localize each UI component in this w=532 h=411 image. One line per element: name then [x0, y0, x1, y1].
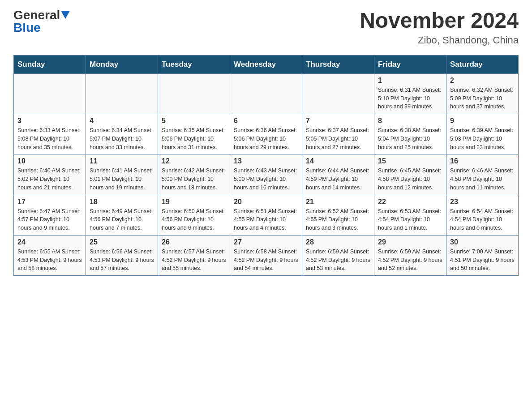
- calendar-day-cell: 2Sunrise: 6:32 AM Sunset: 5:09 PM Daylig…: [446, 73, 519, 114]
- day-number: 1: [378, 77, 442, 85]
- calendar-day-cell: 4Sunrise: 6:34 AM Sunset: 5:07 PM Daylig…: [86, 114, 158, 154]
- calendar-day-cell: 11Sunrise: 6:41 AM Sunset: 5:01 PM Dayli…: [86, 154, 158, 195]
- day-info: Sunrise: 6:44 AM Sunset: 4:59 PM Dayligh…: [306, 167, 370, 192]
- day-number: 15: [378, 157, 442, 165]
- title-block: November 2024 Zibo, Shandong, China: [360, 9, 519, 46]
- calendar-day-cell: 30Sunrise: 7:00 AM Sunset: 4:51 PM Dayli…: [446, 235, 519, 275]
- day-number: 25: [90, 238, 154, 246]
- day-info: Sunrise: 6:32 AM Sunset: 5:09 PM Dayligh…: [450, 86, 515, 111]
- calendar-day-cell: 28Sunrise: 6:59 AM Sunset: 4:52 PM Dayli…: [302, 235, 374, 275]
- calendar-table: SundayMondayTuesdayWednesdayThursdayFrid…: [13, 55, 519, 276]
- calendar-day-cell: [14, 73, 86, 114]
- calendar-day-cell: 14Sunrise: 6:44 AM Sunset: 4:59 PM Dayli…: [302, 154, 374, 195]
- day-number: 18: [90, 198, 154, 206]
- day-of-week-header: Wednesday: [230, 55, 302, 73]
- calendar-day-cell: 29Sunrise: 6:59 AM Sunset: 4:52 PM Dayli…: [374, 235, 446, 275]
- day-info: Sunrise: 6:54 AM Sunset: 4:54 PM Dayligh…: [450, 207, 515, 232]
- day-number: 11: [90, 157, 154, 165]
- day-info: Sunrise: 6:45 AM Sunset: 4:58 PM Dayligh…: [378, 167, 442, 192]
- logo-triangle-icon: [61, 11, 70, 20]
- calendar-day-cell: 21Sunrise: 6:52 AM Sunset: 4:55 PM Dayli…: [302, 195, 374, 235]
- calendar-day-cell: 16Sunrise: 6:46 AM Sunset: 4:58 PM Dayli…: [446, 154, 519, 195]
- page-header: General Blue November 2024 Zibo, Shandon…: [13, 9, 519, 46]
- day-of-week-header: Tuesday: [158, 55, 230, 73]
- calendar-day-cell: 3Sunrise: 6:33 AM Sunset: 5:08 PM Daylig…: [14, 114, 86, 154]
- day-info: Sunrise: 6:55 AM Sunset: 4:53 PM Dayligh…: [17, 248, 82, 273]
- location-text: Zibo, Shandong, China: [360, 34, 519, 46]
- calendar-day-cell: 5Sunrise: 6:35 AM Sunset: 5:06 PM Daylig…: [158, 114, 230, 154]
- day-number: 20: [234, 198, 298, 206]
- day-number: 23: [450, 198, 515, 206]
- day-info: Sunrise: 6:42 AM Sunset: 5:00 PM Dayligh…: [162, 167, 226, 192]
- day-info: Sunrise: 6:59 AM Sunset: 4:52 PM Dayligh…: [378, 248, 442, 273]
- day-info: Sunrise: 6:31 AM Sunset: 5:10 PM Dayligh…: [378, 86, 442, 111]
- calendar-week-row: 3Sunrise: 6:33 AM Sunset: 5:08 PM Daylig…: [14, 114, 519, 154]
- logo: General Blue: [13, 9, 70, 34]
- day-number: 9: [450, 117, 515, 125]
- day-number: 7: [306, 117, 370, 125]
- day-number: 8: [378, 117, 442, 125]
- day-number: 27: [234, 238, 298, 246]
- logo-general-text: General: [13, 9, 60, 21]
- day-number: 14: [306, 157, 370, 165]
- days-of-week-row: SundayMondayTuesdayWednesdayThursdayFrid…: [14, 55, 519, 73]
- day-info: Sunrise: 6:40 AM Sunset: 5:02 PM Dayligh…: [17, 167, 82, 192]
- day-number: 17: [17, 198, 82, 206]
- day-of-week-header: Saturday: [446, 55, 519, 73]
- calendar-week-row: 17Sunrise: 6:47 AM Sunset: 4:57 PM Dayli…: [14, 195, 519, 235]
- day-of-week-header: Monday: [86, 55, 158, 73]
- calendar-week-row: 24Sunrise: 6:55 AM Sunset: 4:53 PM Dayli…: [14, 235, 519, 275]
- day-info: Sunrise: 6:58 AM Sunset: 4:52 PM Dayligh…: [234, 248, 298, 273]
- calendar-day-cell: 23Sunrise: 6:54 AM Sunset: 4:54 PM Dayli…: [446, 195, 519, 235]
- calendar-day-cell: [86, 73, 158, 114]
- day-info: Sunrise: 6:49 AM Sunset: 4:56 PM Dayligh…: [90, 207, 154, 232]
- calendar-day-cell: 8Sunrise: 6:38 AM Sunset: 5:04 PM Daylig…: [374, 114, 446, 154]
- calendar-day-cell: 13Sunrise: 6:43 AM Sunset: 5:00 PM Dayli…: [230, 154, 302, 195]
- calendar-day-cell: 17Sunrise: 6:47 AM Sunset: 4:57 PM Dayli…: [14, 195, 86, 235]
- day-info: Sunrise: 6:57 AM Sunset: 4:52 PM Dayligh…: [162, 248, 226, 273]
- calendar-day-cell: [230, 73, 302, 114]
- day-info: Sunrise: 6:36 AM Sunset: 5:06 PM Dayligh…: [234, 126, 298, 151]
- day-number: 19: [162, 198, 226, 206]
- calendar-day-cell: 22Sunrise: 6:53 AM Sunset: 4:54 PM Dayli…: [374, 195, 446, 235]
- day-info: Sunrise: 6:34 AM Sunset: 5:07 PM Dayligh…: [90, 126, 154, 151]
- day-number: 4: [90, 117, 154, 125]
- calendar-day-cell: [302, 73, 374, 114]
- calendar-day-cell: 7Sunrise: 6:37 AM Sunset: 5:05 PM Daylig…: [302, 114, 374, 154]
- day-number: 3: [17, 117, 82, 125]
- calendar-day-cell: 10Sunrise: 6:40 AM Sunset: 5:02 PM Dayli…: [14, 154, 86, 195]
- calendar-day-cell: 6Sunrise: 6:36 AM Sunset: 5:06 PM Daylig…: [230, 114, 302, 154]
- day-info: Sunrise: 6:38 AM Sunset: 5:04 PM Dayligh…: [378, 126, 442, 151]
- calendar-week-row: 10Sunrise: 6:40 AM Sunset: 5:02 PM Dayli…: [14, 154, 519, 195]
- calendar-header: SundayMondayTuesdayWednesdayThursdayFrid…: [14, 55, 519, 73]
- day-info: Sunrise: 6:33 AM Sunset: 5:08 PM Dayligh…: [17, 126, 82, 151]
- calendar-day-cell: 27Sunrise: 6:58 AM Sunset: 4:52 PM Dayli…: [230, 235, 302, 275]
- day-number: 22: [378, 198, 442, 206]
- day-info: Sunrise: 6:53 AM Sunset: 4:54 PM Dayligh…: [378, 207, 442, 232]
- day-info: Sunrise: 7:00 AM Sunset: 4:51 PM Dayligh…: [450, 248, 515, 273]
- day-info: Sunrise: 6:50 AM Sunset: 4:56 PM Dayligh…: [162, 207, 226, 232]
- day-number: 2: [450, 77, 515, 85]
- logo-blue-text: Blue: [13, 21, 41, 34]
- day-info: Sunrise: 6:56 AM Sunset: 4:53 PM Dayligh…: [90, 248, 154, 273]
- day-info: Sunrise: 6:46 AM Sunset: 4:58 PM Dayligh…: [450, 167, 515, 192]
- calendar-day-cell: 12Sunrise: 6:42 AM Sunset: 5:00 PM Dayli…: [158, 154, 230, 195]
- month-title: November 2024: [360, 9, 519, 33]
- day-info: Sunrise: 6:37 AM Sunset: 5:05 PM Dayligh…: [306, 126, 370, 151]
- day-of-week-header: Sunday: [14, 55, 86, 73]
- day-info: Sunrise: 6:41 AM Sunset: 5:01 PM Dayligh…: [90, 167, 154, 192]
- day-info: Sunrise: 6:47 AM Sunset: 4:57 PM Dayligh…: [17, 207, 82, 232]
- calendar-day-cell: 26Sunrise: 6:57 AM Sunset: 4:52 PM Dayli…: [158, 235, 230, 275]
- calendar-body: 1Sunrise: 6:31 AM Sunset: 5:10 PM Daylig…: [14, 73, 519, 275]
- calendar-day-cell: 19Sunrise: 6:50 AM Sunset: 4:56 PM Dayli…: [158, 195, 230, 235]
- day-info: Sunrise: 6:39 AM Sunset: 5:03 PM Dayligh…: [450, 126, 515, 151]
- calendar-day-cell: 18Sunrise: 6:49 AM Sunset: 4:56 PM Dayli…: [86, 195, 158, 235]
- calendar-day-cell: [158, 73, 230, 114]
- day-info: Sunrise: 6:52 AM Sunset: 4:55 PM Dayligh…: [306, 207, 370, 232]
- calendar-week-row: 1Sunrise: 6:31 AM Sunset: 5:10 PM Daylig…: [14, 73, 519, 114]
- calendar-day-cell: 9Sunrise: 6:39 AM Sunset: 5:03 PM Daylig…: [446, 114, 519, 154]
- svg-marker-0: [61, 11, 70, 19]
- calendar-day-cell: 1Sunrise: 6:31 AM Sunset: 5:10 PM Daylig…: [374, 73, 446, 114]
- day-info: Sunrise: 6:35 AM Sunset: 5:06 PM Dayligh…: [162, 126, 226, 151]
- calendar-day-cell: 24Sunrise: 6:55 AM Sunset: 4:53 PM Dayli…: [14, 235, 86, 275]
